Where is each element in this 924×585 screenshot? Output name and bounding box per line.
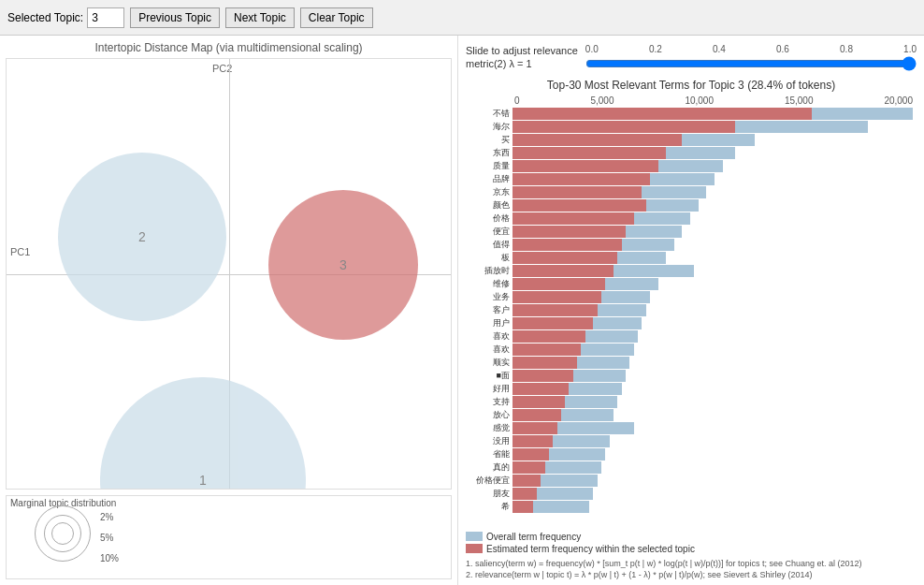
bar-track bbox=[513, 344, 917, 356]
slider-line2: metric(2) λ = 1 bbox=[466, 58, 532, 69]
topic-bubble-2[interactable]: 2 bbox=[58, 153, 226, 321]
slider-axis-label: 0.2 bbox=[649, 44, 662, 54]
bar-row: 东西 bbox=[466, 147, 917, 159]
intertopic-map: PC2 PC1 231 bbox=[6, 58, 452, 490]
overall-label: Overall term frequency bbox=[486, 532, 581, 542]
bar-topic bbox=[513, 435, 553, 447]
bar-track bbox=[513, 396, 917, 408]
bar-topic bbox=[513, 186, 642, 198]
bar-topic bbox=[513, 121, 735, 133]
bar-row: 海尔 bbox=[466, 121, 917, 133]
bar-label: 省能 bbox=[466, 448, 513, 461]
bar-track bbox=[513, 317, 917, 329]
bar-track bbox=[513, 409, 917, 421]
bar-row: 业务 bbox=[466, 291, 917, 303]
bar-label: 真的 bbox=[466, 461, 513, 474]
bar-label: 朋友 bbox=[466, 488, 513, 500]
bar-topic bbox=[513, 252, 617, 264]
bar-row: 质量 bbox=[466, 160, 917, 172]
legend: Overall term frequency Estimated term fr… bbox=[466, 532, 917, 556]
bar-topic bbox=[513, 396, 565, 408]
bar-topic bbox=[513, 304, 598, 316]
axis-tick: 5,000 bbox=[590, 95, 614, 106]
bar-label: 希 bbox=[466, 501, 513, 513]
bar-row: 维修 bbox=[466, 278, 917, 290]
bar-track bbox=[513, 304, 917, 316]
bar-label: 值得 bbox=[466, 239, 513, 251]
bar-track bbox=[513, 226, 917, 238]
bar-label: 客户 bbox=[466, 304, 513, 316]
bar-topic bbox=[513, 212, 634, 225]
bar-track bbox=[513, 121, 917, 133]
topic-input[interactable] bbox=[87, 7, 124, 28]
slider-axis-labels: 0.00.20.40.60.81.0 bbox=[585, 44, 917, 54]
bar-label: ■面 bbox=[466, 370, 513, 382]
bar-row: 没用 bbox=[466, 435, 917, 447]
bar-label: 好用 bbox=[466, 383, 513, 395]
bar-row: 好用 bbox=[466, 383, 917, 395]
axis-tick: 0 bbox=[514, 95, 520, 106]
bar-track bbox=[513, 134, 917, 146]
bar-row: 价格便宜 bbox=[466, 475, 917, 487]
legend-topic: Estimated term frequency within the sele… bbox=[466, 544, 917, 554]
slider-axis-label: 0.6 bbox=[776, 44, 789, 54]
bar-label: 感觉 bbox=[466, 422, 513, 434]
bar-label: 不错 bbox=[466, 108, 513, 120]
bar-label: 板 bbox=[466, 252, 513, 264]
legend-overall: Overall term frequency bbox=[466, 532, 917, 542]
topic-swatch bbox=[466, 544, 483, 553]
marginal-pct: 10% bbox=[100, 548, 119, 569]
bar-row: 支持 bbox=[466, 396, 917, 408]
marginal-pct: 2% bbox=[100, 507, 119, 528]
bar-track bbox=[513, 199, 917, 212]
bar-label: 颜色 bbox=[466, 199, 513, 212]
clear-topic-button[interactable]: Clear Topic bbox=[300, 7, 373, 28]
prev-topic-button[interactable]: Previous Topic bbox=[130, 7, 220, 28]
bar-row: 朋友 bbox=[466, 488, 917, 500]
bar-track bbox=[513, 435, 917, 447]
bar-label: 喜欢 bbox=[466, 330, 513, 343]
bar-topic bbox=[513, 160, 658, 172]
bar-track bbox=[513, 212, 917, 225]
bar-row: 感觉 bbox=[466, 422, 917, 434]
bar-topic bbox=[513, 383, 569, 395]
bar-topic bbox=[513, 422, 557, 434]
bar-row: 放心 bbox=[466, 409, 917, 421]
bar-track bbox=[513, 147, 917, 159]
bar-row: 喜欢 bbox=[466, 344, 917, 356]
slider-area: Slide to adjust relevance metric(2) λ = … bbox=[466, 39, 917, 75]
bar-topic bbox=[513, 147, 666, 159]
next-topic-button[interactable]: Next Topic bbox=[225, 7, 295, 28]
footnote: 1. saliency(term w) = frequency(w) * [su… bbox=[466, 558, 917, 570]
bar-track bbox=[513, 422, 917, 434]
bar-topic bbox=[513, 173, 650, 185]
topic-bubble-1[interactable]: 1 bbox=[100, 377, 306, 490]
bar-track bbox=[513, 501, 917, 513]
bar-track bbox=[513, 160, 917, 172]
relevance-slider[interactable] bbox=[585, 56, 917, 71]
marginal-circle-2 bbox=[51, 522, 74, 545]
bar-topic bbox=[513, 199, 646, 212]
bar-topic bbox=[513, 448, 549, 461]
bar-row: 喜欢 bbox=[466, 330, 917, 343]
bar-row: 品牌 bbox=[466, 173, 917, 185]
bar-track bbox=[513, 186, 917, 198]
topic-bubble-3[interactable]: 3 bbox=[268, 190, 418, 340]
bar-label: 业务 bbox=[466, 291, 513, 303]
bar-label: 支持 bbox=[466, 396, 513, 408]
bar-track bbox=[513, 461, 917, 474]
bar-label: 品牌 bbox=[466, 173, 513, 185]
slider-axis-label: 0.4 bbox=[713, 44, 726, 54]
axis-labels-row: 05,00010,00015,00020,000 bbox=[514, 95, 917, 106]
bar-label: 放心 bbox=[466, 409, 513, 421]
bar-topic bbox=[513, 265, 614, 277]
bar-track bbox=[513, 173, 917, 185]
bar-row: 客户 bbox=[466, 304, 917, 316]
chart-title: Top-30 Most Relevant Terms for Topic 3 (… bbox=[466, 79, 917, 92]
bar-chart: 05,00010,00015,00020,000 不错海尔买东西质量品牌京东颜色… bbox=[466, 95, 917, 528]
bar-label: 顺实 bbox=[466, 357, 513, 369]
bar-topic bbox=[513, 461, 545, 474]
bar-row: 价格 bbox=[466, 212, 917, 225]
bar-row: 京东 bbox=[466, 186, 917, 198]
pc1-label: PC1 bbox=[10, 246, 30, 257]
